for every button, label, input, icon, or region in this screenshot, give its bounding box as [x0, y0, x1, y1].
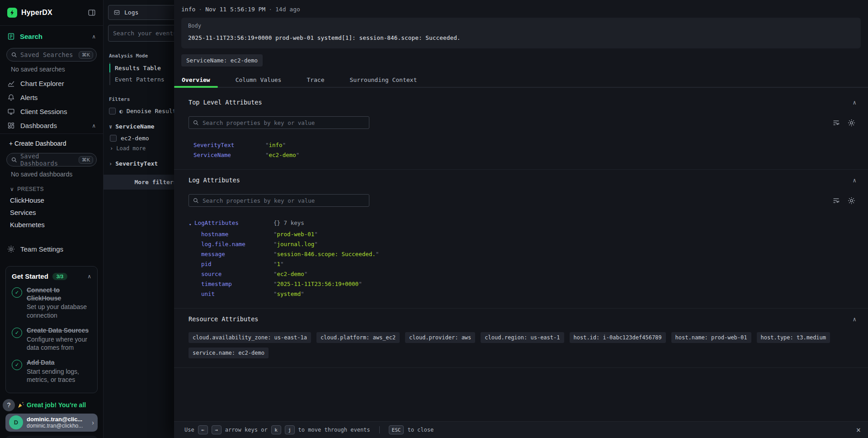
create-dashboard-button[interactable]: + Create Dashboard	[0, 136, 103, 150]
caret-down-icon[interactable]: ▾	[189, 219, 194, 228]
attribute-key[interactable]: ServiceName	[193, 152, 265, 159]
attribute-value[interactable]: ec2-demo	[265, 152, 299, 159]
client-sessions-label: Client Sessions	[20, 108, 96, 115]
chevron-right-icon: ›	[109, 161, 112, 167]
resource-tag[interactable]: host.type: t3.medium	[757, 332, 830, 343]
body-card: Body 2025-11-11T23:56:19+0000 prod-web-0…	[181, 18, 861, 48]
j-key: j	[285, 425, 295, 434]
relative-time: 14d ago	[275, 6, 300, 13]
attribute-key[interactable]: log.file.name	[201, 241, 274, 248]
attribute-key[interactable]: source	[201, 271, 274, 278]
attribute-value[interactable]: journal.log	[274, 241, 318, 248]
attribute-value[interactable]: info	[265, 142, 286, 149]
tab-column-values[interactable]: Column Values	[228, 72, 289, 87]
tab-trace[interactable]: Trace	[299, 72, 332, 87]
gear-icon[interactable]	[848, 119, 855, 127]
chevron-up-icon[interactable]: ∧	[92, 33, 96, 40]
source-selector-label: Logs	[124, 9, 138, 16]
chevron-up-icon[interactable]: ∧	[853, 177, 856, 184]
get-started-header[interactable]: Get Started 3/3 ∧	[12, 272, 91, 280]
onboarding-step-add-data[interactable]: ✓ Add Data Start sending logs, metrics, …	[12, 358, 91, 384]
attribute-row[interactable]: log.file.name journal.log	[201, 239, 861, 249]
attribute-value[interactable]: ec2-demo	[274, 271, 307, 278]
close-icon[interactable]: ×	[856, 425, 861, 434]
attribute-row[interactable]: unit systemd	[201, 289, 861, 299]
resource-tag[interactable]: cloud.availability_zone: us-east-1a	[189, 332, 311, 343]
search-section-icon	[7, 33, 15, 40]
sidebar-item-alerts[interactable]: Alerts	[0, 90, 103, 105]
attribute-row[interactable]: pid 1	[201, 259, 861, 269]
properties-search-input[interactable]: Search properties by key or value	[189, 116, 369, 129]
gear-icon[interactable]	[848, 197, 855, 205]
sidebar-item-clickhouse[interactable]: ClickHouse	[0, 194, 103, 206]
brand-title: HyperDX	[21, 9, 84, 17]
user-menu[interactable]: D dominic.tran@clic... dominic.tran@clic…	[5, 414, 98, 432]
sidebar-item-client-sessions[interactable]: Client Sessions	[0, 105, 103, 119]
service-name-tag[interactable]: ServiceName: ec2-demo	[181, 54, 263, 67]
team-settings-label: Team Settings	[20, 245, 96, 253]
attribute-value[interactable]: prod-web-01	[274, 231, 318, 238]
onboarding-step-sources[interactable]: ✓ Create Data Sources Configure where yo…	[12, 326, 91, 352]
tab-surrounding-context[interactable]: Surrounding Context	[342, 72, 425, 87]
attribute-row[interactable]: ServiceName ec2-demo	[189, 150, 861, 160]
severity-label: info	[181, 6, 195, 13]
check-icon: ✓	[12, 328, 22, 338]
attribute-row[interactable]: SeverityText info	[189, 140, 861, 150]
attribute-tree-parent[interactable]: ▾ LogAttributes {} 7 keys	[189, 218, 861, 229]
resource-tag[interactable]: host.name: prod-web-01	[671, 332, 751, 343]
attribute-value[interactable]: session-846.scope: Succeeded.	[274, 251, 379, 258]
sidebar-item-team-settings[interactable]: Team Settings	[0, 242, 103, 256]
step-title: Connect to ClickHouse	[27, 286, 61, 302]
resource-tag[interactable]: cloud.platform: aws_ec2	[316, 332, 400, 343]
chevron-up-icon[interactable]: ∧	[87, 273, 91, 280]
attribute-key[interactable]: pid	[201, 261, 274, 268]
presets-toggle[interactable]: ∨ PRESETS	[0, 181, 103, 194]
attribute-key[interactable]: unit	[201, 290, 274, 298]
app-root: HyperDX Search ∧ Saved Searches ⌘K No sa…	[0, 0, 868, 438]
saved-dashboards-input[interactable]: Saved Dashboards ⌘K	[6, 153, 97, 167]
chevron-up-icon[interactable]: ∧	[92, 123, 96, 129]
attribute-key[interactable]: timestamp	[201, 281, 274, 288]
attribute-row[interactable]: source ec2-demo	[201, 269, 861, 279]
chevron-up-icon[interactable]: ∧	[853, 99, 856, 106]
search-icon	[193, 120, 199, 126]
checkbox[interactable]	[110, 135, 117, 142]
monitor-icon	[7, 108, 15, 115]
search-icon	[193, 198, 199, 204]
facet-name: ServiceName	[115, 123, 154, 130]
attribute-value[interactable]: systemd	[274, 290, 304, 298]
tab-overview[interactable]: Overview	[174, 72, 218, 87]
bell-icon	[7, 94, 15, 101]
attribute-row[interactable]: message session-846.scope: Succeeded.	[201, 249, 861, 259]
chevron-up-icon[interactable]: ∧	[853, 316, 856, 323]
sidebar-item-dashboards[interactable]: Dashboards ∧	[0, 119, 103, 133]
attribute-row[interactable]: timestamp 2025-11-11T23:56:19+0000	[201, 279, 861, 289]
attribute-value[interactable]: 1	[274, 261, 284, 268]
onboarding-step-connect[interactable]: ✓ Connect to ClickHouse Set up your data…	[12, 286, 91, 319]
collapse-sidebar-icon[interactable]	[88, 9, 96, 17]
attribute-value[interactable]: 2025-11-11T23:56:19+0000	[274, 281, 362, 288]
chevron-right-icon: ›	[92, 419, 94, 426]
sidebar-item-chart-explorer[interactable]: Chart Explorer	[0, 76, 103, 90]
wrap-lines-icon[interactable]	[832, 119, 840, 127]
get-started-card: Get Started 3/3 ∧ ✓ Connect to ClickHous…	[5, 266, 98, 393]
footer-text: arrow keys or	[225, 427, 268, 433]
attribute-key[interactable]: message	[201, 251, 274, 258]
attribute-key[interactable]: SeverityText	[193, 142, 265, 149]
checkbox[interactable]	[109, 108, 116, 114]
sidebar-item-services[interactable]: Services	[0, 206, 103, 219]
resource-tag[interactable]: service.name: ec2-demo	[189, 348, 269, 358]
wrap-lines-icon[interactable]	[832, 197, 840, 205]
resource-tag[interactable]: cloud.provider: aws	[405, 332, 475, 343]
properties-search-input[interactable]: Search properties by key or value	[189, 194, 369, 207]
help-button[interactable]: ?	[3, 399, 15, 411]
sidebar-item-kubernetes[interactable]: Kubernetes	[0, 219, 103, 231]
attribute-key[interactable]: hostname	[201, 231, 274, 238]
sidebar-item-search[interactable]: Search ∧	[0, 28, 103, 45]
resource-tag[interactable]: host.id: i-0abc123def456789	[570, 332, 666, 343]
saved-searches-input[interactable]: Saved Searches ⌘K	[6, 48, 97, 62]
attribute-key[interactable]: LogAttributes	[194, 219, 274, 228]
attribute-row[interactable]: hostname prod-web-01	[201, 229, 861, 239]
resource-tag[interactable]: cloud.region: us-east-1	[481, 332, 564, 343]
footer-text: to move through events	[298, 427, 370, 433]
